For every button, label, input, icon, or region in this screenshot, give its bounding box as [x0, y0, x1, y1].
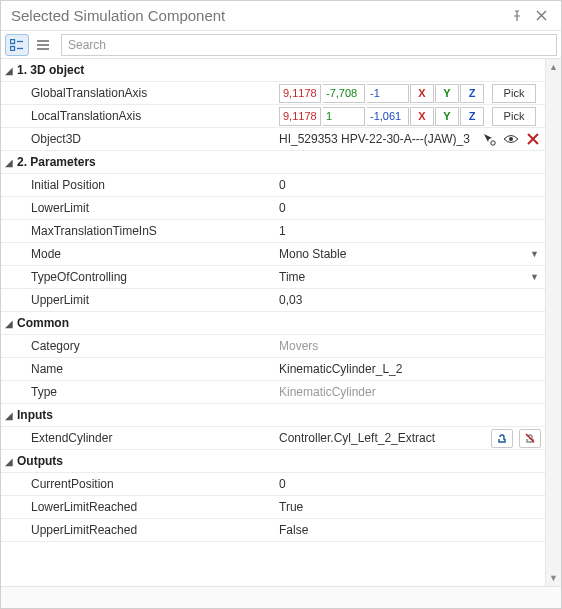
pick-button[interactable]: Pick — [492, 84, 536, 103]
section-3d-object[interactable]: ◢ 1. 3D object — [1, 59, 545, 82]
expander-icon[interactable]: ◢ — [1, 151, 17, 173]
expander-icon[interactable]: ◢ — [1, 59, 17, 81]
categorized-view-button[interactable] — [5, 34, 29, 56]
expander-icon[interactable]: ◢ — [1, 450, 17, 472]
panel-footer — [1, 586, 561, 608]
value[interactable]: 0 — [279, 201, 286, 215]
prop-type-of-controlling: TypeOfControllingTime▼ — [1, 266, 545, 289]
svg-point-2 — [491, 141, 495, 145]
prop-global-translation-axis: GlobalTranslationAxis 9,1178 -7,708 -1 X… — [1, 82, 545, 105]
axis-x-button[interactable]: X — [410, 107, 434, 126]
toolbar: Search — [1, 31, 561, 59]
axis-y-button[interactable]: Y — [435, 107, 459, 126]
dropdown-value[interactable]: Mono Stable — [279, 247, 346, 261]
scroll-down-icon[interactable]: ▼ — [546, 570, 561, 586]
pick-button[interactable]: Pick — [492, 107, 536, 126]
value[interactable]: KinematicCylinder_L_2 — [279, 362, 402, 376]
label: LocalTranslationAxis — [17, 105, 279, 127]
vector-y-input[interactable]: -7,708 — [323, 84, 365, 103]
prop-lower-limit: LowerLimit0 — [1, 197, 545, 220]
vector-z-input[interactable]: -1 — [367, 84, 409, 103]
section-parameters[interactable]: ◢ 2. Parameters — [1, 151, 545, 174]
prop-local-translation-axis: LocalTranslationAxis 9,1178 1 -1,061 X Y… — [1, 105, 545, 128]
object3d-value: HI_529353 HPV-22-30-A---(JAW)_3 — [279, 132, 470, 146]
vector-z-input[interactable]: -1,061 — [367, 107, 409, 126]
pick-object-icon[interactable] — [481, 131, 497, 147]
section-inputs[interactable]: ◢ Inputs — [1, 404, 545, 427]
prop-current-position: CurrentPosition0 — [1, 473, 545, 496]
prop-lower-limit-reached: LowerLimitReachedTrue — [1, 496, 545, 519]
delete-icon[interactable] — [525, 131, 541, 147]
scroll-up-icon[interactable]: ▲ — [546, 59, 561, 75]
property-grid-body: ◢ 1. 3D object GlobalTranslationAxis 9,1… — [1, 59, 561, 586]
close-icon[interactable] — [529, 4, 553, 28]
search-placeholder: Search — [68, 38, 106, 52]
prop-name: NameKinematicCylinder_L_2 — [1, 358, 545, 381]
dropdown-value[interactable]: Time — [279, 270, 305, 284]
value: False — [279, 523, 308, 537]
panel-title: Selected Simulation Component — [9, 7, 505, 24]
vector-y-input[interactable]: 1 — [323, 107, 365, 126]
expander-icon[interactable]: ◢ — [1, 312, 17, 334]
prop-upper-limit-reached: UpperLimitReachedFalse — [1, 519, 545, 542]
svg-point-3 — [509, 137, 513, 141]
value[interactable]: 0 — [279, 178, 286, 192]
vertical-scrollbar[interactable]: ▲ ▼ — [545, 59, 561, 586]
value: 0 — [279, 477, 286, 491]
prop-mode: ModeMono Stable▼ — [1, 243, 545, 266]
search-input[interactable]: Search — [61, 34, 557, 56]
prop-object3d: Object3D HI_529353 HPV-22-30-A---(JAW)_3 — [1, 128, 545, 151]
value[interactable]: 1 — [279, 224, 286, 238]
value: KinematicCylinder — [279, 385, 376, 399]
vector-x-input[interactable]: 9,1178 — [279, 107, 321, 126]
value[interactable]: 0,03 — [279, 293, 302, 307]
svg-rect-1 — [11, 46, 15, 50]
expander-icon[interactable]: ◢ — [1, 404, 17, 426]
label: Object3D — [17, 128, 279, 150]
axis-y-button[interactable]: Y — [435, 84, 459, 103]
prop-max-translation-time: MaxTranslationTimeInS1 — [1, 220, 545, 243]
value: Movers — [279, 339, 318, 353]
prop-upper-limit: UpperLimit0,03 — [1, 289, 545, 312]
alphabetical-view-button[interactable] — [31, 34, 55, 56]
property-grid: ◢ 1. 3D object GlobalTranslationAxis 9,1… — [1, 59, 545, 586]
chevron-down-icon[interactable]: ▼ — [530, 272, 539, 282]
unlink-signal-button[interactable] — [519, 429, 541, 448]
chevron-down-icon[interactable]: ▼ — [530, 249, 539, 259]
prop-category: CategoryMovers — [1, 335, 545, 358]
titlebar: Selected Simulation Component — [1, 1, 561, 31]
value: True — [279, 500, 303, 514]
axis-z-button[interactable]: Z — [460, 84, 484, 103]
label: GlobalTranslationAxis — [17, 82, 279, 104]
prop-type: TypeKinematicCylinder — [1, 381, 545, 404]
axis-x-button[interactable]: X — [410, 84, 434, 103]
property-panel: Selected Simulation Component Search — [0, 0, 562, 609]
section-common[interactable]: ◢ Common — [1, 312, 545, 335]
prop-extend-cylinder: ExtendCylinder Controller.Cyl_Left_2_Ext… — [1, 427, 545, 450]
prop-initial-position: Initial Position0 — [1, 174, 545, 197]
axis-z-button[interactable]: Z — [460, 107, 484, 126]
value[interactable]: Controller.Cyl_Left_2_Extract — [279, 431, 435, 445]
eye-icon[interactable] — [503, 131, 519, 147]
section-outputs[interactable]: ◢ Outputs — [1, 450, 545, 473]
link-signal-button[interactable] — [491, 429, 513, 448]
pin-icon[interactable] — [505, 4, 529, 28]
vector-x-input[interactable]: 9,1178 — [279, 84, 321, 103]
svg-rect-0 — [11, 39, 15, 43]
